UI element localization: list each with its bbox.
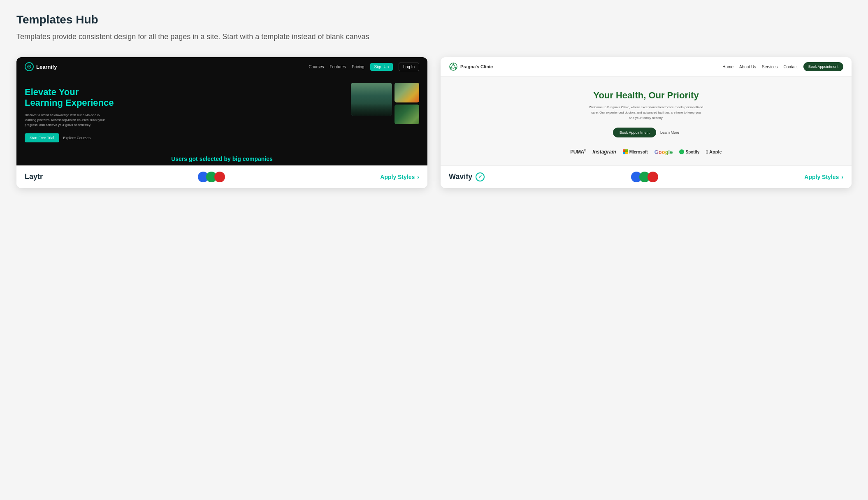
- learnify-hero-left: Elevate Your Learning Experience Discove…: [25, 83, 344, 142]
- clinic-preview: Pragna's Clinic Home About Us Services C…: [441, 57, 852, 165]
- google-logo: Google: [654, 149, 673, 155]
- clinic-hero-description: Welcome to Pragna's Clinic, where except…: [589, 105, 704, 121]
- hero-image-main: [351, 83, 392, 116]
- hero-images-right: [395, 83, 419, 124]
- templates-grid: Learnify Courses Features Pricing Sign U…: [16, 57, 852, 188]
- apple-icon: : [706, 149, 708, 155]
- learnify-hero-title: Elevate Your Learning Experience: [25, 87, 344, 109]
- clinic-book-appointment-button[interactable]: Book Appointment: [613, 128, 656, 137]
- learnify-footer-brand: Laytr: [25, 172, 43, 181]
- learnify-color-circles: [198, 172, 225, 182]
- hero-image-bottom: [395, 105, 419, 124]
- clinic-color-circles: [631, 172, 658, 182]
- learnify-hero-buttons: Start Free Trial Explore Courses: [25, 133, 344, 142]
- learnify-hero: Elevate Your Learning Experience Discove…: [16, 76, 427, 149]
- learnify-companies-heading: Users got selected by big companies: [16, 149, 427, 165]
- page-subtitle: Templates provide consistent design for …: [16, 31, 852, 42]
- clinic-learn-more-button[interactable]: Learn More: [660, 130, 679, 135]
- learnify-logo-text: Learnify: [36, 64, 57, 70]
- clinic-hero-title: Your Health, Our Priority: [593, 90, 699, 101]
- clinic-logo: Pragna's Clinic: [449, 62, 493, 71]
- clinic-nav-book-button[interactable]: Book Appointment: [803, 62, 843, 71]
- svg-point-5: [455, 67, 457, 69]
- microsoft-grid-icon: [623, 149, 628, 154]
- wavify-check-icon: ✓: [476, 172, 485, 181]
- login-button[interactable]: Log In: [399, 63, 419, 71]
- puma-logo: PUMA®: [570, 149, 586, 155]
- page-title: Templates Hub: [16, 13, 852, 26]
- start-free-trial-button[interactable]: Start Free Trial: [25, 133, 59, 142]
- svg-point-4: [450, 67, 452, 69]
- microsoft-logo: Microsoft: [623, 149, 648, 154]
- template-card-clinic: Pragna's Clinic Home About Us Services C…: [441, 57, 852, 188]
- instagram-logo: Instagram: [592, 149, 616, 155]
- signup-button[interactable]: Sign Up: [370, 63, 393, 71]
- color-circle-red-2: [648, 172, 658, 182]
- clinic-brand-logos: PUMA® Instagram Microsoft Google ♪: [570, 149, 722, 155]
- chevron-right-icon: ›: [417, 174, 419, 180]
- learnify-hero-description: Discover a world of knowledge with our a…: [25, 113, 107, 128]
- clinic-nav-home[interactable]: Home: [722, 65, 733, 69]
- clinic-logo-icon: [449, 62, 458, 71]
- clinic-nav-links: Home About Us Services Contact Book Appo…: [722, 62, 843, 71]
- apple-logo:  Apple: [706, 149, 722, 155]
- clinic-footer-brand: Wavify ✓: [449, 172, 485, 181]
- chevron-right-icon-2: ›: [841, 174, 843, 180]
- learnify-nav: Learnify Courses Features Pricing Sign U…: [16, 57, 427, 76]
- svg-point-2: [452, 65, 455, 68]
- explore-courses-button[interactable]: Explore Courses: [63, 136, 91, 140]
- learnify-hero-images: [351, 83, 419, 142]
- learnify-apply-styles-button[interactable]: Apply Styles ›: [380, 174, 419, 180]
- clinic-card-footer: Wavify ✓ Apply Styles ›: [441, 165, 852, 188]
- clinic-nav-contact[interactable]: Contact: [783, 65, 797, 69]
- learnify-preview: Learnify Courses Features Pricing Sign U…: [16, 57, 427, 165]
- template-card-learnify: Learnify Courses Features Pricing Sign U…: [16, 57, 427, 188]
- learnify-nav-links: Courses Features Pricing Sign Up Log In: [309, 63, 419, 71]
- svg-point-3: [453, 63, 454, 65]
- learnify-nav-courses[interactable]: Courses: [309, 65, 324, 69]
- clinic-hero: Your Health, Our Priority Welcome to Pra…: [441, 77, 852, 165]
- clinic-hero-buttons: Book Appointment Learn More: [613, 128, 679, 137]
- clinic-nav-services[interactable]: Services: [762, 65, 777, 69]
- spotify-logo: ♪ Spotify: [679, 149, 699, 154]
- learnify-logo: Learnify: [25, 62, 57, 71]
- clinic-nav-about[interactable]: About Us: [739, 65, 756, 69]
- hero-image-top: [395, 83, 419, 102]
- spotify-icon: ♪: [679, 149, 684, 154]
- color-circle-red: [214, 172, 225, 182]
- learnify-nav-pricing[interactable]: Pricing: [352, 65, 364, 69]
- clinic-apply-styles-button[interactable]: Apply Styles ›: [804, 174, 843, 180]
- learnify-logo-icon: [25, 62, 34, 71]
- clinic-nav: Pragna's Clinic Home About Us Services C…: [441, 57, 852, 77]
- learnify-nav-features[interactable]: Features: [330, 65, 346, 69]
- clinic-logo-text: Pragna's Clinic: [460, 64, 493, 69]
- learnify-card-footer: Laytr Apply Styles ›: [16, 165, 427, 188]
